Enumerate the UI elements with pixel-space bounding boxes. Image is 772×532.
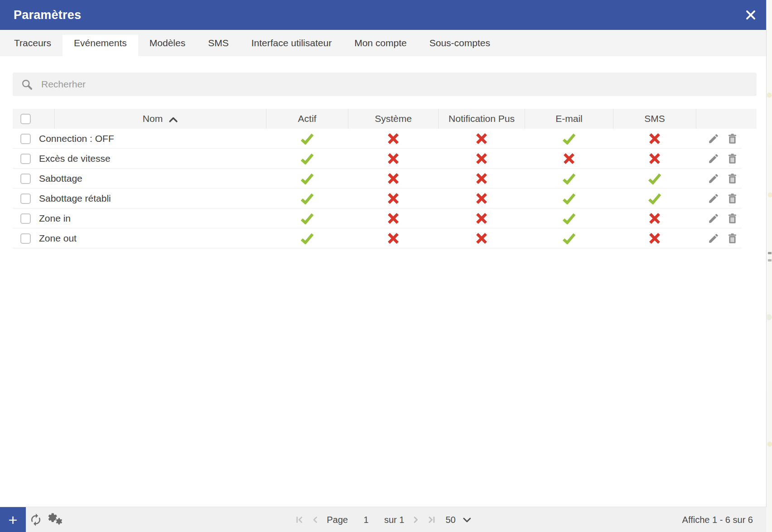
pagination: Page sur 1 50 [295, 507, 471, 532]
row-actions [696, 208, 757, 228]
column-header-actif[interactable]: Actif [266, 109, 348, 129]
check-icon [300, 153, 314, 164]
page-number-input[interactable] [355, 514, 377, 526]
row-checkbox[interactable] [20, 154, 31, 164]
pencil-icon [708, 232, 719, 244]
row-actions [696, 149, 757, 169]
check-icon [562, 233, 576, 244]
table-row: Sabottage rétabli [13, 189, 757, 208]
tab-evenements[interactable]: Evénements [63, 30, 138, 56]
pencil-icon [708, 133, 719, 145]
trash-icon [727, 173, 738, 184]
row-name-cell: Zone out [13, 228, 266, 248]
sort-asc-icon [169, 116, 178, 123]
select-all-cell [13, 109, 54, 129]
cross-icon [476, 153, 487, 164]
search-input[interactable] [40, 78, 748, 90]
pencil-icon [708, 193, 719, 204]
table-body: Connection : OFF [13, 129, 757, 248]
row-checkbox[interactable] [20, 193, 31, 204]
flag-cell-actif [266, 169, 348, 189]
flag-cell-email [525, 149, 613, 169]
dialog-titlebar: Paramètres [0, 0, 766, 30]
edit-button[interactable] [708, 213, 719, 224]
column-header-notification-push[interactable]: Notification Pus [438, 109, 525, 129]
check-icon [300, 213, 314, 224]
close-button[interactable] [742, 6, 760, 24]
row-checkbox[interactable] [20, 174, 31, 184]
chevron-down-icon [463, 517, 472, 523]
cross-icon [387, 133, 399, 145]
flag-cell-sms [613, 129, 696, 149]
grid-settings-button[interactable] [47, 507, 65, 532]
event-name: Connection : OFF [39, 133, 114, 144]
trash-icon [727, 153, 738, 164]
row-actions [696, 169, 757, 189]
edit-button[interactable] [708, 173, 719, 184]
last-page-button[interactable] [427, 515, 436, 524]
event-name: Excès de vitesse [39, 153, 111, 164]
add-event-button[interactable]: + [0, 507, 26, 532]
delete-button[interactable] [727, 232, 738, 244]
delete-button[interactable] [727, 153, 738, 164]
row-name-cell: Sabottage rétabli [13, 189, 266, 208]
row-checkbox[interactable] [20, 233, 31, 244]
check-icon [300, 173, 314, 184]
pencil-icon [708, 213, 719, 224]
flag-cell-notification-push [438, 228, 525, 248]
background-map-sliver [767, 0, 772, 532]
trash-icon [727, 213, 738, 224]
flag-cell-actif [266, 189, 348, 208]
edit-button[interactable] [708, 193, 719, 204]
tab-interface-utilisateur[interactable]: Interface utilisateur [240, 30, 343, 56]
delete-button[interactable] [727, 213, 738, 224]
flag-cell-notification-push [438, 208, 525, 228]
cross-icon [387, 232, 399, 244]
flag-cell-email [525, 228, 613, 248]
flag-cell-sms [613, 228, 696, 248]
tab-mon-compte[interactable]: Mon compte [343, 30, 418, 56]
row-name-cell: Zone in [13, 208, 266, 228]
edit-button[interactable] [708, 153, 719, 164]
page-size-select[interactable]: 50 [445, 515, 471, 525]
row-actions [696, 228, 757, 248]
cross-icon [476, 133, 487, 145]
check-icon [562, 193, 576, 204]
tab-sms[interactable]: SMS [197, 30, 240, 56]
parametres-dialog: Paramètres TraceursEvénementsModèlesSMSI… [0, 0, 767, 532]
edit-button[interactable] [708, 133, 719, 145]
first-page-button[interactable] [295, 515, 304, 524]
column-header-systeme[interactable]: Système [348, 109, 438, 129]
column-header-email[interactable]: E-mail [525, 109, 613, 129]
flag-cell-notification-push [438, 189, 525, 208]
column-header-sms[interactable]: SMS [613, 109, 696, 129]
tab-modeles[interactable]: Modèles [138, 30, 197, 56]
delete-button[interactable] [727, 173, 738, 184]
cross-icon [649, 153, 661, 164]
check-icon [562, 213, 576, 224]
tab-traceurs[interactable]: Traceurs [3, 30, 63, 56]
next-page-button[interactable] [411, 515, 420, 524]
flag-cell-actif [266, 149, 348, 169]
row-checkbox[interactable] [20, 134, 31, 144]
row-checkbox[interactable] [20, 213, 31, 224]
cross-icon [387, 173, 399, 184]
delete-button[interactable] [727, 133, 738, 145]
last-page-icon [427, 515, 436, 524]
edit-button[interactable] [708, 232, 719, 244]
cross-icon [476, 232, 487, 244]
select-all-checkbox[interactable] [20, 114, 31, 124]
cross-icon [649, 232, 661, 244]
check-icon [648, 193, 661, 204]
first-page-icon [295, 515, 304, 524]
check-icon [300, 133, 314, 145]
column-header-nom[interactable]: Nom [54, 109, 266, 129]
prev-page-button[interactable] [311, 515, 320, 524]
prev-page-icon [311, 515, 320, 524]
refresh-button[interactable] [29, 507, 43, 532]
delete-button[interactable] [727, 193, 738, 204]
table-row: Connection : OFF [13, 129, 757, 149]
event-name: Zone out [39, 233, 77, 244]
tab-sous-comptes[interactable]: Sous-comptes [418, 30, 502, 56]
flag-cell-sms [613, 149, 696, 169]
